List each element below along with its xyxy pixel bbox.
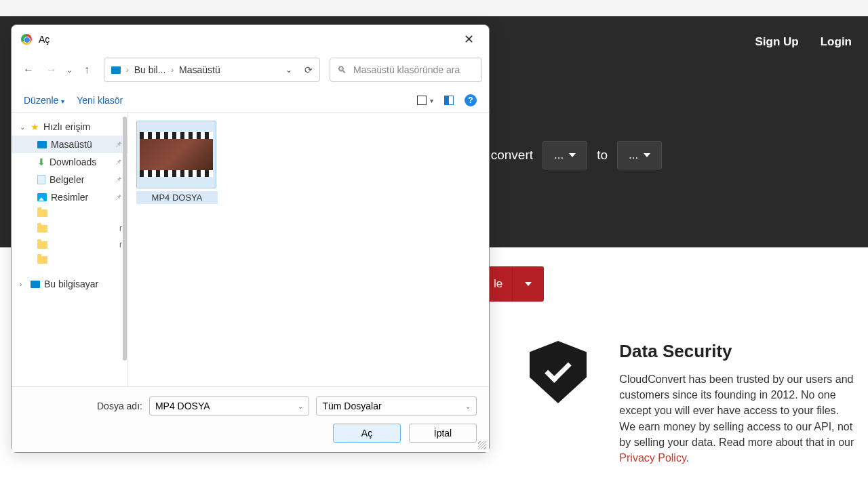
- open-button[interactable]: Aç: [333, 424, 401, 443]
- desktop-icon: [111, 66, 121, 74]
- pc-icon: [31, 281, 40, 288]
- pin-icon: 📌︎: [115, 158, 122, 166]
- search-input[interactable]: 🔍︎ Masaüstü klasöründe ara: [330, 58, 482, 82]
- convert-to-label: to: [597, 148, 608, 163]
- recent-button[interactable]: ⌄: [64, 60, 74, 80]
- file-open-dialog: Aç ✕ ← → ⌄ ↑ › Bu bil... › Masaüstü ⌄ ⟳ …: [11, 24, 490, 453]
- back-button[interactable]: ←: [18, 60, 39, 80]
- security-body: CloudConvert has been trusted by our use…: [619, 371, 854, 466]
- filename-value: MP4 DOSYA: [155, 401, 210, 411]
- security-title: Data Security: [619, 341, 854, 362]
- sidebar-quick-access[interactable]: ⌄ ★ Hızlı erişim: [12, 118, 127, 136]
- cancel-button[interactable]: İptal: [409, 424, 477, 443]
- filename-input[interactable]: MP4 DOSYA ⌄: [149, 396, 310, 415]
- breadcrumb-root[interactable]: Bu bil...: [134, 64, 166, 75]
- chevron-down-icon: [525, 282, 532, 286]
- filter-value: Tüm Dosyalar: [322, 401, 381, 411]
- view-toggle[interactable]: ▾: [417, 96, 433, 105]
- pin-icon: 📌︎: [115, 140, 122, 148]
- file-item[interactable]: MP4 DOSYA: [136, 121, 218, 204]
- convert-label: convert: [491, 148, 533, 163]
- security-text: CloudConvert has been trusted by our use…: [619, 373, 854, 448]
- privacy-link[interactable]: Privacy Policy: [619, 452, 686, 464]
- sidebar-item-label: Belgeler: [50, 174, 84, 185]
- pictures-icon: [37, 193, 47, 201]
- scrollbar[interactable]: [123, 117, 127, 361]
- select-file-dropdown[interactable]: [512, 266, 544, 302]
- forward-button[interactable]: →: [41, 60, 62, 80]
- browser-topbar: [0, 0, 868, 16]
- chevron-down-icon: [569, 153, 576, 157]
- chevron-down-icon: ⌄: [298, 403, 303, 410]
- up-button[interactable]: ↑: [77, 60, 97, 80]
- sidebar-item-label: Hızlı erişim: [43, 121, 90, 132]
- convert-to-value: ...: [629, 148, 638, 162]
- chevron-right-icon[interactable]: ›: [20, 281, 26, 288]
- folder-icon: [37, 209, 47, 217]
- sidebar-this-pc[interactable]: › Bu bilgisayar: [12, 275, 127, 293]
- sidebar-folder[interactable]: r: [12, 220, 127, 237]
- new-folder-button[interactable]: Yeni klasör: [77, 95, 123, 106]
- desktop-icon: [37, 141, 47, 148]
- convert-to-dropdown[interactable]: ...: [617, 141, 662, 169]
- download-icon: ⬇: [37, 157, 45, 167]
- search-placeholder: Masaüstü klasöründe ara: [353, 64, 460, 75]
- help-button[interactable]: ?: [465, 94, 477, 106]
- file-type-filter[interactable]: Tüm Dosyalar ⌄: [316, 396, 477, 415]
- sidebar-desktop[interactable]: Masaüstü 📌︎: [12, 136, 127, 153]
- chevron-down-icon[interactable]: ⌄: [20, 123, 26, 131]
- star-icon: ★: [31, 121, 39, 132]
- breadcrumb-current[interactable]: Masaüstü: [179, 64, 220, 75]
- convert-from-dropdown[interactable]: ...: [542, 141, 587, 169]
- preview-toggle[interactable]: [444, 96, 454, 105]
- chevron-down-icon: [644, 153, 650, 157]
- pin-icon: 📌︎: [115, 176, 122, 184]
- chevron-down-icon: ⌄: [465, 403, 471, 410]
- folder-icon: [37, 225, 47, 232]
- sidebar-documents[interactable]: Belgeler 📌︎: [12, 171, 127, 188]
- sidebar-item-label: Masaüstü: [51, 139, 92, 150]
- sidebar-item-label: Downloads: [50, 157, 96, 167]
- shield-icon: [530, 341, 587, 403]
- pin-icon: 📌︎: [115, 193, 122, 201]
- sidebar-folder[interactable]: [12, 206, 127, 220]
- sidebar: ⌄ ★ Hızlı erişim Masaüstü 📌︎ ⬇ Downloads…: [12, 113, 128, 386]
- breadcrumb-sep: ›: [171, 66, 174, 74]
- file-list[interactable]: MP4 DOSYA: [128, 113, 489, 386]
- chevron-down-icon[interactable]: ⌄: [285, 65, 292, 75]
- login-link[interactable]: Login: [821, 35, 852, 49]
- filename-label: Dosya adı:: [97, 401, 142, 411]
- organize-menu[interactable]: Düzenle ▾: [24, 95, 64, 106]
- sidebar-folder[interactable]: [12, 253, 127, 267]
- check-icon: [545, 356, 572, 383]
- select-file-button[interactable]: le: [488, 266, 512, 302]
- security-period: .: [686, 452, 689, 464]
- sidebar-folder[interactable]: r: [12, 237, 127, 253]
- close-button[interactable]: ✕: [458, 30, 479, 48]
- search-icon: 🔍︎: [337, 64, 347, 75]
- refresh-button[interactable]: ⟳: [304, 64, 313, 75]
- video-icon: [140, 132, 213, 177]
- sidebar-item-label: Resimler: [51, 192, 88, 203]
- dialog-title: Aç: [39, 34, 50, 45]
- breadcrumb-sep: ›: [126, 66, 129, 74]
- convert-from-value: ...: [554, 148, 564, 162]
- sidebar-downloads[interactable]: ⬇ Downloads 📌︎: [12, 153, 127, 171]
- folder-icon: [37, 256, 47, 264]
- sidebar-item-label: Bu bilgisayar: [44, 279, 98, 289]
- file-thumbnail: [136, 121, 216, 188]
- resize-grip[interactable]: [478, 441, 486, 449]
- document-icon: [37, 175, 45, 184]
- sidebar-pictures[interactable]: Resimler 📌︎: [12, 188, 127, 206]
- chrome-icon: [21, 34, 32, 45]
- signup-link[interactable]: Sign Up: [755, 35, 799, 49]
- file-name: MP4 DOSYA: [136, 191, 218, 204]
- address-bar[interactable]: › Bu bil... › Masaüstü ⌄ ⟳: [104, 58, 320, 82]
- folder-icon: [37, 241, 47, 249]
